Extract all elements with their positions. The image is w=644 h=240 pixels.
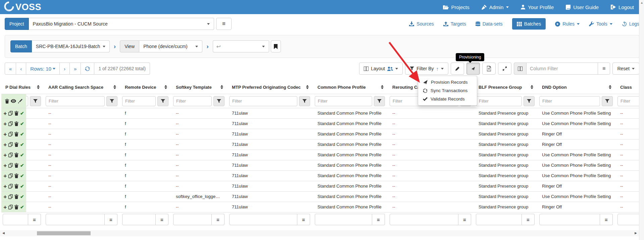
project-menu-button[interactable]: ≡ xyxy=(216,18,232,30)
horizontal-scrollbar[interactable]: ◄ ► xyxy=(0,230,639,236)
copy-row-button[interactable] xyxy=(8,142,13,147)
scroll-left-icon[interactable]: ◄ xyxy=(2,231,5,235)
filter-input-softkey_template[interactable] xyxy=(173,96,212,106)
menu-item-validate-records[interactable]: Validate Records xyxy=(418,95,477,103)
copy-row-button[interactable] xyxy=(8,121,13,126)
prev-page-button[interactable]: ‹ xyxy=(16,63,26,75)
project-select[interactable]: PaxusBio Migration - CUCM Source xyxy=(29,18,214,30)
filter-input-aar_css[interactable] xyxy=(46,96,105,106)
menu-item-sync-transactions[interactable]: Sync Transactions xyxy=(418,86,477,95)
validate-row-check-icon[interactable]: ✔ xyxy=(20,111,24,116)
refresh-button[interactable] xyxy=(81,63,94,75)
sort-icon[interactable] xyxy=(528,85,533,89)
table-row[interactable]: +✔--f--711ulawStandard Common Phone Prof… xyxy=(1,119,639,129)
column-filter-input[interactable] xyxy=(527,63,598,75)
filter-input-dnd_option[interactable] xyxy=(539,96,600,106)
validate-row-check-icon[interactable]: ✔ xyxy=(20,173,24,178)
layout-button[interactable]: Layout xyxy=(359,63,403,75)
view-select[interactable]: Phone (device/cucm) xyxy=(139,40,202,52)
mainnav-targets[interactable]: Targets xyxy=(443,21,466,27)
footer-menu-button[interactable]: ≡ xyxy=(105,214,117,225)
scroll-right-icon[interactable]: ► xyxy=(634,231,638,235)
validate-row-check-icon[interactable]: ✔ xyxy=(20,142,24,147)
batch-button[interactable]: Batch xyxy=(10,40,32,52)
project-button[interactable]: Project xyxy=(5,18,29,30)
topnav-projects[interactable]: Projects xyxy=(443,4,469,10)
expand-button[interactable] xyxy=(498,63,511,75)
filter-funnel-button[interactable] xyxy=(213,96,225,106)
validate-row-check-icon[interactable]: ✔ xyxy=(20,194,24,199)
filter-funnel-button[interactable] xyxy=(602,96,613,106)
footer-summary-box[interactable] xyxy=(315,214,372,225)
copy-row-button[interactable] xyxy=(8,194,13,199)
goto-select[interactable] xyxy=(224,40,269,52)
copy-row-button[interactable] xyxy=(8,111,13,116)
reset-button[interactable]: Reset xyxy=(612,63,639,75)
copy-row-button[interactable] xyxy=(8,163,13,168)
column-filter-menu-button[interactable]: ≡ xyxy=(598,63,610,75)
table-row[interactable]: +✔--f--711ulawStandard Common Phone Prof… xyxy=(1,181,639,192)
footer-summary-box[interactable] xyxy=(229,214,297,225)
table-row[interactable]: +✔--f--711ulawStandard Common Phone Prof… xyxy=(1,108,639,119)
first-page-button[interactable]: « xyxy=(5,63,16,75)
topnav-logout[interactable]: Logout xyxy=(611,4,634,10)
footer-menu-button[interactable]: ≡ xyxy=(600,214,613,225)
footer-summary-box[interactable] xyxy=(476,214,522,225)
footer-summary-box[interactable] xyxy=(46,214,105,225)
delete-row-button[interactable] xyxy=(14,194,18,199)
add-row-button[interactable]: + xyxy=(3,131,7,137)
add-row-button[interactable]: + xyxy=(3,111,7,116)
filter-funnel-button[interactable] xyxy=(106,96,117,106)
footer-summary-box[interactable] xyxy=(390,214,458,225)
delete-row-button[interactable] xyxy=(14,142,18,147)
footer-summary-box[interactable] xyxy=(122,214,156,225)
mainnav-rules[interactable]: Rules xyxy=(555,21,580,27)
provision-button[interactable] xyxy=(466,63,480,75)
delete-row-button[interactable] xyxy=(14,132,18,136)
table-row[interactable]: +✔--f--711ulawStandard Common Phone Prof… xyxy=(1,150,639,160)
table-row[interactable]: +✔--f--711ulawStandard Common Phone Prof… xyxy=(1,171,639,181)
mainnav-logs[interactable]: Logs xyxy=(622,21,639,27)
add-row-button[interactable]: + xyxy=(3,204,7,210)
copy-row-button[interactable] xyxy=(8,153,13,157)
footer-menu-button[interactable]: ≡ xyxy=(156,214,168,225)
next-page-button[interactable]: › xyxy=(60,63,70,75)
filter-funnel-button[interactable] xyxy=(374,96,385,106)
filter-by-button[interactable]: Filter By ↑ xyxy=(405,63,448,75)
filter-input-class[interactable] xyxy=(617,96,639,106)
copy-row-button[interactable] xyxy=(8,132,13,136)
filter-funnel-button[interactable] xyxy=(524,96,535,106)
eye-all-button[interactable] xyxy=(11,99,16,103)
topnav-admin[interactable]: Admin xyxy=(482,4,509,10)
batch-select[interactable]: SRC-PB-EMEA-16Jul19-Batch xyxy=(32,40,110,52)
scroll-up-icon[interactable]: ▲ xyxy=(640,1,643,4)
footer-summary-box[interactable] xyxy=(3,214,28,225)
table-row[interactable]: +✔--fsoftkey_office_logge…711ulawStandar… xyxy=(1,192,639,202)
footer-menu-button[interactable]: ≡ xyxy=(458,214,471,225)
validate-row-check-icon[interactable]: ✔ xyxy=(20,204,24,210)
topnav-user-guide[interactable]: User Guide xyxy=(566,4,599,10)
add-row-button[interactable]: + xyxy=(3,142,7,148)
sort-icon[interactable] xyxy=(34,85,40,89)
add-row-button[interactable]: + xyxy=(3,121,7,127)
validate-row-check-icon[interactable]: ✔ xyxy=(20,184,24,189)
bookmark-button[interactable] xyxy=(271,40,281,52)
validate-row-check-icon[interactable]: ✔ xyxy=(20,163,24,168)
filter-input-mtp_codec[interactable] xyxy=(229,96,297,106)
delete-row-button[interactable] xyxy=(14,184,18,189)
add-row-button[interactable]: + xyxy=(3,152,7,158)
filter-input-common_phone_profile[interactable] xyxy=(315,96,372,106)
footer-summary-box[interactable] xyxy=(173,214,212,225)
delete-row-button[interactable] xyxy=(14,173,18,178)
rows-per-page-button[interactable]: Rows: 10 xyxy=(26,63,60,75)
validate-row-check-icon[interactable]: ✔ xyxy=(20,131,24,137)
delete-row-button[interactable] xyxy=(14,121,18,126)
table-row[interactable]: +✔--f--711ulawStandard Common Phone Prof… xyxy=(1,139,639,150)
table-row[interactable]: +✔--f--711ulawStandard Common Phone Prof… xyxy=(1,160,639,171)
copy-row-button[interactable] xyxy=(8,205,13,209)
filter-funnel-button[interactable] xyxy=(157,96,168,106)
add-row-button[interactable]: + xyxy=(3,184,7,189)
filter-funnel-button[interactable] xyxy=(30,96,41,106)
report-button[interactable] xyxy=(482,63,496,75)
mainnav-sources[interactable]: Sources xyxy=(409,21,434,27)
